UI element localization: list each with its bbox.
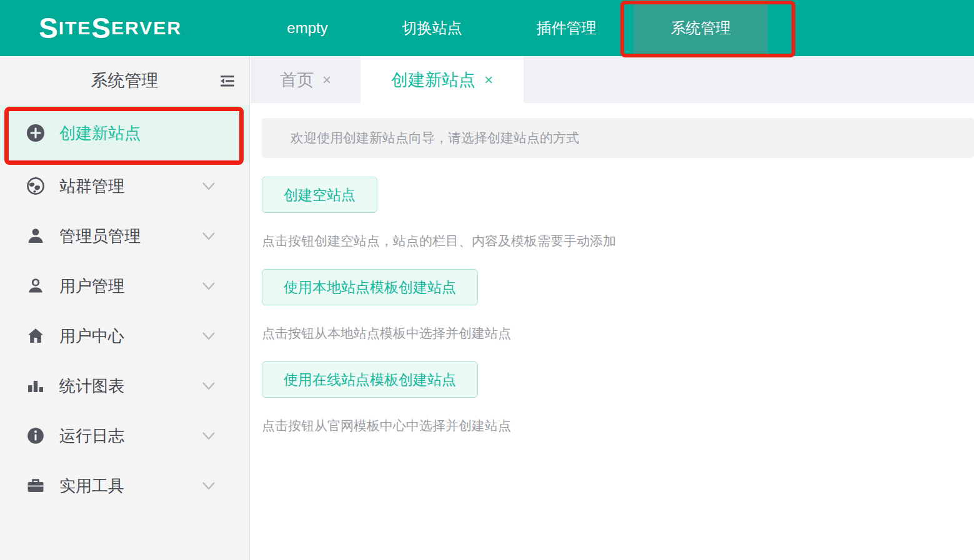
chevron-down-icon (201, 229, 217, 243)
sidebar-item-label: 管理员管理 (59, 225, 141, 247)
sidebar-item-label: 实用工具 (59, 475, 124, 497)
nav-item-system-admin[interactable]: 系统管理 (634, 0, 768, 56)
tab-label: 创建新站点 (391, 69, 475, 91)
chevron-down-icon (201, 279, 217, 293)
sidebar: 系统管理 创建新站点 (0, 56, 250, 560)
sidebar-item-label: 用户中心 (59, 325, 124, 347)
main-area: 首页 × 创建新站点 × 欢迎使用创建新站点向导，请选择创建站点的方式 创建空站… (251, 56, 974, 560)
sidebar-title: 系统管理 (91, 69, 159, 92)
chevron-down-icon (201, 179, 217, 193)
welcome-banner: 欢迎使用创建新站点向导，请选择创建站点的方式 (262, 118, 974, 158)
info-circle-icon (26, 426, 45, 445)
nav-item-empty[interactable]: empty (250, 0, 365, 56)
sidebar-item-create-new-site[interactable]: 创建新站点 (0, 105, 249, 161)
sidebar-item-utilities[interactable]: 实用工具 (0, 461, 249, 511)
nav-item-plugin-admin[interactable]: 插件管理 (499, 0, 634, 56)
create-from-local-template-button[interactable]: 使用本地站点模板创建站点 (262, 269, 478, 305)
admin-person-icon (26, 227, 45, 245)
close-icon[interactable]: × (484, 71, 493, 89)
top-navigation: empty 切换站点 插件管理 系统管理 (250, 0, 768, 56)
sidebar-menu: 创建新站点 站群管理 管理 (0, 105, 249, 511)
sidebar-item-user-admin[interactable]: 用户管理 (0, 261, 249, 311)
sidebar-item-run-logs[interactable]: 运行日志 (0, 411, 249, 461)
sidebar-item-site-group-admin[interactable]: 站群管理 (0, 161, 249, 211)
user-icon (26, 277, 45, 295)
sidebar-item-administrator-admin[interactable]: 管理员管理 (0, 211, 249, 261)
create-empty-site-button[interactable]: 创建空站点 (262, 177, 377, 213)
create-from-local-template-description: 点击按钮从本地站点模板中选择并创建站点 (262, 325, 974, 342)
chevron-down-icon (201, 379, 217, 393)
bar-chart-icon (26, 376, 45, 395)
tab-bar: 首页 × 创建新站点 × (251, 56, 974, 103)
sidebar-item-statistics-charts[interactable]: 统计图表 (0, 361, 249, 411)
app-header: SITESERVER empty 切换站点 插件管理 系统管理 (0, 0, 974, 56)
plus-circle-icon (26, 124, 45, 142)
sidebar-header: 系统管理 (0, 56, 249, 105)
sidebar-item-label: 统计图表 (59, 375, 124, 397)
sidebar-item-label: 用户管理 (59, 275, 124, 297)
home-icon (26, 327, 45, 345)
siteserver-logo[interactable]: SITESERVER (39, 0, 182, 56)
create-site-wizard: 欢迎使用创建新站点向导，请选择创建站点的方式 创建空站点 点击按钮创建空站点，站… (251, 103, 974, 435)
chevron-down-icon (201, 479, 217, 493)
create-from-online-template-description: 点击按钮从官网模板中心中选择并创建站点 (262, 417, 974, 435)
chevron-down-icon (201, 329, 217, 343)
close-icon[interactable]: × (322, 71, 331, 89)
tab-label: 首页 (280, 69, 314, 91)
logo-text: S (39, 11, 59, 45)
briefcase-icon (26, 476, 45, 495)
nav-item-switch-site[interactable]: 切换站点 (365, 0, 499, 56)
tab-create-new-site[interactable]: 创建新站点 × (360, 56, 524, 103)
create-empty-site-description: 点击按钮创建空站点，站点的栏目、内容及模板需要手动添加 (262, 232, 974, 250)
tab-home[interactable]: 首页 × (251, 56, 360, 103)
sidebar-item-user-center[interactable]: 用户中心 (0, 311, 249, 361)
sidebar-item-label: 创建新站点 (59, 122, 141, 144)
globe-icon (26, 177, 45, 195)
chevron-down-icon (201, 429, 217, 443)
menu-fold-icon[interactable] (219, 73, 236, 89)
sidebar-item-label: 运行日志 (59, 425, 124, 447)
sidebar-item-label: 站群管理 (59, 175, 124, 197)
create-from-online-template-button[interactable]: 使用在线站点模板创建站点 (262, 361, 478, 398)
